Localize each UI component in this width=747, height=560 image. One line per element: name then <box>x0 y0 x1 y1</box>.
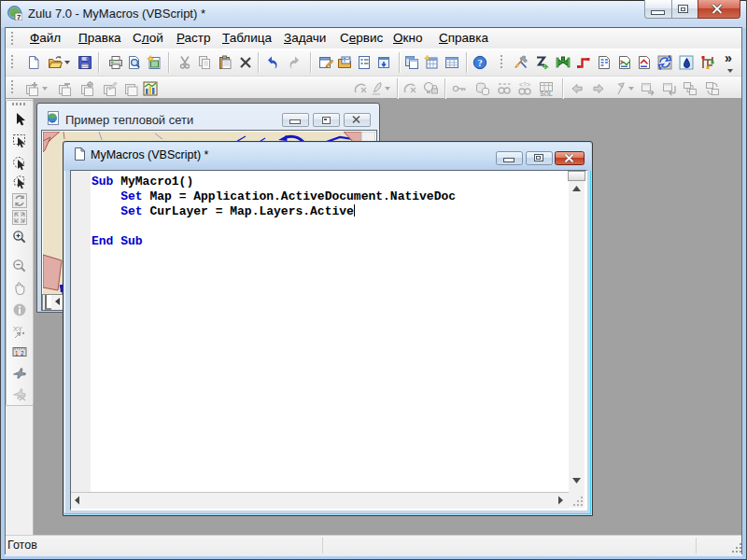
svg-text:1: 1 <box>15 350 19 357</box>
svg-text:<?>: <?> <box>519 81 530 88</box>
svg-text:7: 7 <box>17 13 21 21</box>
svg-text:?: ? <box>477 58 482 68</box>
svg-text:2: 2 <box>21 350 24 357</box>
svg-text:SQL: SQL <box>540 91 552 97</box>
